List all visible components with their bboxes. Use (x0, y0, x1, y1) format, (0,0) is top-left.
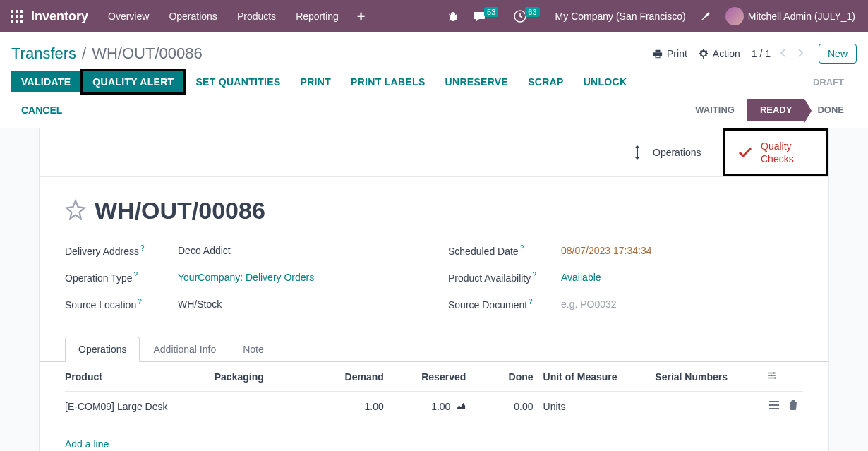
status-done[interactable]: Done (804, 99, 857, 121)
col-packaging[interactable]: Packaging (215, 362, 327, 392)
col-demand[interactable]: Demand (327, 362, 394, 392)
pager: 1 / 1 (752, 45, 807, 63)
quality-alert-button[interactable]: Quality Alert (80, 69, 186, 95)
help-icon[interactable]: ? (133, 271, 138, 279)
unlock-button[interactable]: Unlock (574, 71, 637, 92)
svg-rect-2 (20, 10, 23, 13)
control-panel: Transfers / WH/OUT/00086 Print Action 1 … (0, 32, 868, 128)
delete-row-icon[interactable] (789, 400, 797, 412)
tab-additional-info[interactable]: Additional Info (140, 337, 229, 362)
help-icon[interactable]: ? (529, 298, 533, 306)
nav-operations[interactable]: Operations (159, 0, 227, 32)
cell-reserved[interactable]: 1.00 (394, 392, 476, 421)
activities-icon[interactable]: 63 (507, 0, 548, 32)
pager-text[interactable]: 1 / 1 (752, 48, 771, 59)
detailed-operations-icon[interactable] (769, 400, 779, 412)
nav-add-icon[interactable]: + (349, 0, 374, 32)
app-brand[interactable]: Inventory (31, 9, 88, 24)
status-ready[interactable]: Ready (747, 99, 805, 121)
arrows-vertical-icon (629, 145, 646, 160)
cancel-button[interactable]: Cancel (13, 100, 71, 120)
favorite-star-icon[interactable] (65, 199, 86, 222)
value-source-document[interactable]: e.g. PO0032 (561, 299, 803, 310)
col-uom[interactable]: Unit of Measure (543, 362, 656, 392)
unreserve-button[interactable]: Unreserve (435, 71, 519, 92)
action-menu[interactable]: Action (699, 48, 740, 59)
col-done[interactable]: Done (476, 362, 543, 392)
value-operation-type[interactable]: YourCompany: Delivery Orders (178, 272, 420, 283)
svg-rect-3 (11, 15, 13, 18)
print-button[interactable]: Print (291, 71, 342, 92)
pager-next-icon[interactable] (795, 45, 807, 63)
cell-uom[interactable]: Units (543, 392, 656, 421)
col-product[interactable]: Product (65, 362, 215, 392)
cell-done[interactable]: 0.00 (476, 392, 543, 421)
stat-operations[interactable]: Operations (617, 128, 723, 176)
add-line-button[interactable]: Add a line (65, 430, 109, 451)
value-delivery-address[interactable]: Deco Addict (178, 245, 420, 256)
value-source-location[interactable]: WH/Stock (178, 299, 420, 310)
apps-menu-icon[interactable] (7, 6, 27, 26)
tools-icon[interactable] (693, 0, 718, 32)
stat-quality-checks-label: Quality Checks (761, 140, 794, 165)
help-icon[interactable]: ? (532, 271, 536, 279)
nav-products[interactable]: Products (227, 0, 286, 32)
help-icon[interactable]: ? (520, 244, 524, 252)
validate-button[interactable]: Validate (11, 71, 80, 92)
company-selector[interactable]: My Company (San Francisco) (548, 0, 693, 32)
breadcrumb-parent[interactable]: Transfers (11, 44, 76, 63)
svg-rect-6 (11, 20, 13, 23)
user-menu[interactable]: Mitchell Admin (JULY_1) (718, 0, 862, 32)
label-source-document: Source Document? (448, 298, 561, 311)
record-title: WH/OUT/00086 (95, 197, 265, 224)
sliders-icon (767, 371, 777, 380)
printer-icon (653, 49, 663, 59)
breadcrumb-sep: / (82, 44, 86, 63)
set-quantities-button[interactable]: Set Quantities (186, 71, 290, 92)
svg-rect-4 (16, 15, 18, 18)
print-menu[interactable]: Print (653, 48, 687, 59)
debug-icon[interactable] (440, 0, 466, 32)
tab-operations[interactable]: Operations (65, 337, 140, 362)
table-row[interactable]: [E-COM09] Large Desk 1.00 1.00 0.00 Unit… (65, 392, 803, 421)
help-icon[interactable]: ? (140, 244, 145, 252)
scrap-button[interactable]: Scrap (518, 71, 574, 92)
col-serial[interactable]: Serial Numbers (655, 362, 767, 392)
svg-rect-14 (769, 404, 779, 406)
status-waiting[interactable]: Waiting (682, 99, 747, 121)
messages-badge: 53 (484, 7, 498, 17)
new-button[interactable]: New (819, 44, 857, 64)
print-labels-button[interactable]: Print Labels (341, 71, 435, 92)
svg-rect-13 (769, 401, 779, 402)
svg-rect-0 (11, 10, 13, 13)
col-reserved[interactable]: Reserved (394, 362, 476, 392)
navbar: Inventory Overview Operations Products R… (0, 0, 868, 32)
stat-quality-checks[interactable]: Quality Checks (723, 128, 828, 176)
tab-note[interactable]: Note (229, 337, 277, 362)
col-settings[interactable] (767, 362, 803, 392)
messages-icon[interactable]: 53 (466, 0, 507, 32)
forecast-icon[interactable] (456, 401, 466, 412)
cell-product[interactable]: [E-COM09] Large Desk (65, 392, 215, 421)
svg-rect-1 (16, 10, 18, 13)
svg-point-11 (771, 375, 773, 377)
label-operation-type: Operation Type? (65, 271, 178, 284)
cell-packaging[interactable] (215, 392, 327, 421)
status-draft[interactable]: Draft (800, 71, 857, 93)
pager-prev-icon[interactable] (776, 45, 789, 63)
nav-overview[interactable]: Overview (98, 0, 159, 32)
label-product-availability: Product Availability? (448, 271, 561, 284)
operations-table: Product Packaging Demand Reserved Done U… (65, 362, 803, 451)
breadcrumb: Transfers / WH/OUT/00086 (11, 44, 203, 63)
help-icon[interactable]: ? (138, 298, 142, 306)
label-delivery-address: Delivery Address? (65, 244, 178, 257)
svg-rect-5 (20, 15, 23, 18)
company-name: My Company (San Francisco) (555, 11, 686, 22)
label-scheduled-date: Scheduled Date? (448, 244, 561, 257)
nav-reporting[interactable]: Reporting (286, 0, 349, 32)
value-scheduled-date[interactable]: 08/07/2023 17:34:34 (561, 245, 803, 256)
cell-serial[interactable] (655, 392, 767, 421)
cell-demand[interactable]: 1.00 (327, 392, 394, 421)
svg-point-12 (774, 378, 776, 380)
svg-rect-8 (20, 20, 23, 23)
